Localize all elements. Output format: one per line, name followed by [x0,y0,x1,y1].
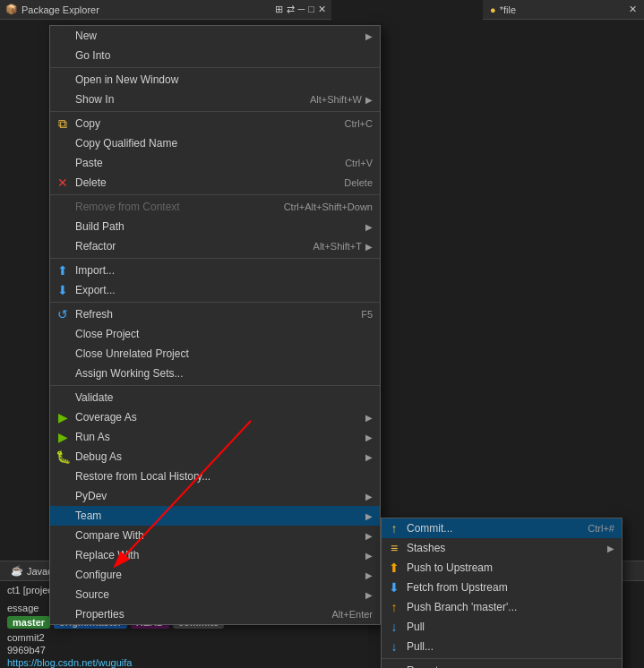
menu-item-export[interactable]: ⬇ Export... [50,280,380,300]
menu-item-properties[interactable]: Properties Alt+Enter [50,604,380,624]
show-in-shortcut: Alt+Shift+W [310,94,362,105]
minimize-icon[interactable]: ─ [298,4,305,15]
separator-2 [50,111,380,112]
menu-item-import[interactable]: ⬆ Import... [50,261,380,280]
submenu-item-stashes[interactable]: ≡ Stashes ▶ [382,538,622,558]
submenu-item-push-branch[interactable]: ↑ Push Branch 'master'... [382,597,622,617]
pydev-label: PyDev [75,490,107,502]
run-as-label: Run As [75,431,110,443]
menu-item-configure[interactable]: Configure ▶ [50,565,380,585]
submenu-sep-1 [382,658,622,659]
menu-item-restore-history[interactable]: Restore from Local History... [50,467,380,486]
copy-shortcut: Ctrl+C [345,118,373,129]
menu-item-build-path[interactable]: Build Path ▶ [50,217,380,236]
stashes-arrow: ▶ [607,544,614,553]
run-icon: ▶ [56,430,70,444]
package-explorer-title: Package Explorer [21,4,99,15]
commit-icon: ↑ [387,521,401,535]
debug-as-label: Debug As [75,450,122,463]
menu-item-source[interactable]: Source ▶ [50,585,380,604]
badge-master: master [7,616,50,629]
maximize-icon[interactable]: □ [308,4,314,15]
menu-item-coverage-as[interactable]: ▶ Coverage As ▶ [50,407,380,427]
file-tab-label: *file [500,4,516,15]
team-label: Team [75,510,101,522]
close-unrelated-label: Close Unrelated Project [75,347,189,360]
submenu-item-commit[interactable]: ↑ Commit... Ctrl+# [382,518,622,538]
fetch-upstream-label: Fetch from Upstream [407,581,508,594]
menu-item-compare-with[interactable]: Compare With ▶ [50,526,380,545]
show-in-label: Show In [75,93,114,106]
menu-item-debug-as[interactable]: 🐛 Debug As ▶ [50,447,380,467]
menu-item-close-unrelated[interactable]: Close Unrelated Project [50,344,380,364]
menu-item-copy-qualified[interactable]: Copy Qualified Name [50,133,380,153]
menu-item-open-new-window[interactable]: Open in New Window [50,70,380,90]
package-explorer-header: 📦 Package Explorer ⊞ ⇄ ─ □ ✕ [0,0,331,20]
coverage-as-label: Coverage As [75,411,137,424]
separator-6 [50,385,380,386]
menu-item-new[interactable]: New ▶ [50,26,380,46]
push-branch-icon: ↑ [387,600,401,614]
export-label: Export... [75,284,116,296]
menu-item-team[interactable]: Team ▶ [50,506,380,526]
file-tab-close[interactable]: ✕ [629,4,637,15]
separator-4 [50,258,380,259]
menu-item-refresh[interactable]: ↺ Refresh F5 [50,304,380,324]
menu-item-show-in[interactable]: Show In Alt+Shift+W ▶ [50,90,380,109]
submenu-item-fetch-upstream[interactable]: ⬇ Fetch from Upstream [382,578,622,597]
copy-qualified-label: Copy Qualified Name [75,137,177,150]
replace-with-label: Replace With [75,549,139,561]
compare-arrow: ▶ [365,531,373,541]
team-submenu: ↑ Commit... Ctrl+# ≡ Stashes ▶ ⬆ Push to… [381,518,623,668]
sync-icon[interactable]: ⇄ [287,4,295,15]
menu-item-close-project[interactable]: Close Project [50,324,380,344]
properties-shortcut: Alt+Enter [331,609,373,620]
delete-shortcut: Delete [344,177,373,188]
menu-item-copy[interactable]: ⧉ Copy Ctrl+C [50,114,380,133]
layout-icon[interactable]: ⊞ [275,4,283,15]
menu-item-refactor[interactable]: Refactor Alt+Shift+T ▶ [50,236,380,256]
submenu-item-pull-dots[interactable]: ↓ Pull... [382,637,622,656]
copy-label: Copy [75,117,100,130]
push-upstream-icon: ⬆ [387,561,401,575]
submenu-item-remote[interactable]: Remote ▶ [382,661,622,668]
push-upstream-label: Push to Upstream [407,561,493,574]
submenu-item-pull[interactable]: ↓ Pull [382,617,622,637]
remote-label: Remote [407,664,444,668]
validate-label: Validate [75,391,113,404]
javadoc-icon: ☕ [11,565,23,577]
close-icon[interactable]: ✕ [318,4,326,15]
submenu-item-push-upstream[interactable]: ⬆ Push to Upstream [382,558,622,578]
refresh-shortcut: F5 [361,309,373,320]
menu-item-run-as[interactable]: ▶ Run As ▶ [50,427,380,447]
pull-dots-icon: ↓ [387,639,401,654]
menu-item-pydev[interactable]: PyDev ▶ [50,486,380,506]
menu-item-assign-working-sets[interactable]: Assign Working Sets... [50,364,380,383]
configure-arrow: ▶ [365,570,373,580]
coverage-icon: ▶ [56,410,70,424]
pull-label: Pull [407,621,425,633]
menu-item-remove-context: Remove from Context Ctrl+Alt+Shift+Down [50,197,380,217]
menu-item-replace-with[interactable]: Replace With ▶ [50,545,380,565]
open-new-window-label: Open in New Window [75,73,178,86]
menu-item-delete[interactable]: ✕ Delete Delete [50,173,380,193]
build-path-arrow: ▶ [365,222,373,232]
assign-working-sets-label: Assign Working Sets... [75,367,184,380]
menu-item-go-into[interactable]: Go Into [50,46,380,65]
stash-icon: ≡ [387,541,401,555]
pull-dots-label: Pull... [407,640,434,653]
source-label: Source [75,588,109,601]
configure-label: Configure [75,569,122,581]
menu-item-validate[interactable]: Validate [50,388,380,407]
debug-icon: 🐛 [56,450,70,464]
package-explorer-icon: 📦 [5,4,18,15]
stashes-label: Stashes [407,542,445,554]
menu-item-paste[interactable]: Paste Ctrl+V [50,153,380,173]
go-into-label: Go Into [75,49,110,62]
show-in-arrow: ▶ [365,95,373,105]
source-arrow: ▶ [365,590,373,600]
delete-label: Delete [75,176,107,189]
push-branch-label: Push Branch 'master'... [407,601,517,613]
close-project-label: Close Project [75,328,139,340]
copy-icon: ⧉ [56,116,70,131]
